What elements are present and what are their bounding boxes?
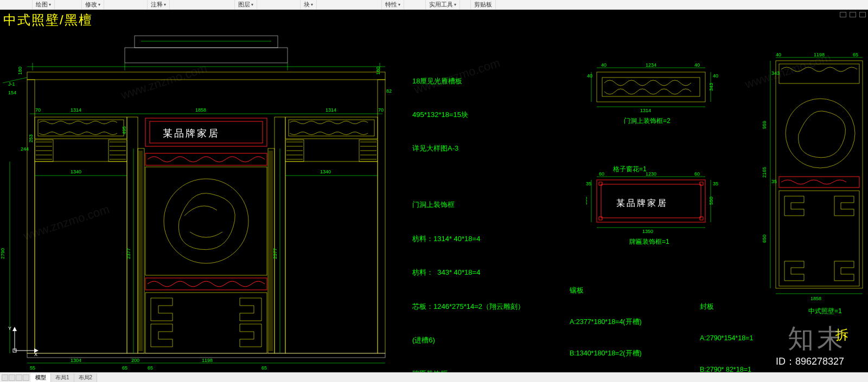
svg-text:2377: 2377	[272, 248, 278, 259]
svg-text:180: 180	[375, 67, 381, 75]
detail-screen-section: 40 1198 65 2165 343 959 35 650 1858 中式照壁…	[760, 53, 868, 335]
dragon-medallion	[145, 167, 267, 275]
chevron-down-icon: ▾	[454, 2, 456, 7]
svg-text:2377: 2377	[126, 248, 131, 259]
svg-text:1858: 1858	[195, 107, 206, 113]
carved-strip-bottom	[145, 278, 267, 290]
ribbon-group-modify[interactable]: 修改▾	[82, 0, 104, 9]
ribbon-group-layers[interactable]: 图层▾	[235, 0, 257, 9]
tab-first-icon[interactable]	[2, 374, 8, 381]
svg-text:180: 180	[17, 67, 23, 75]
svg-rect-21	[127, 117, 138, 353]
svg-text:154: 154	[8, 90, 16, 95]
spec-panels: 镶板 A:2377*180*18=4(开槽) B:1340*180*18=2(开…	[570, 264, 659, 382]
svg-text:1858: 1858	[810, 296, 821, 301]
svg-text:2790: 2790	[0, 248, 5, 259]
cad-canvas[interactable]: 中式照壁/黑檀 www.znzmo.com www.znzmo.com www.…	[0, 10, 868, 372]
ribbon-toolbar: 绘图▾ 修改▾ 注释▾ 图层▾ 块▾ 特性▾ 实用工具▾ 剪贴板	[0, 0, 868, 10]
svg-text:40: 40	[694, 62, 700, 68]
svg-text:550: 550	[709, 197, 714, 205]
carved-lintel-left	[38, 120, 124, 136]
svg-rect-66	[597, 72, 705, 102]
svg-text:343: 343	[771, 70, 780, 76]
spec-seal: 封板 A:2790*154*18=1 B:2790* 82*18=1	[700, 281, 753, 382]
chevron-down-icon: ▾	[98, 2, 100, 7]
svg-rect-102	[779, 177, 859, 187]
svg-text:1340: 1340	[71, 169, 81, 174]
ribbon-group-clipboard[interactable]: 剪贴板	[471, 0, 496, 9]
svg-text:70: 70	[35, 107, 41, 113]
minimize-icon[interactable]	[840, 12, 846, 17]
svg-text:1234: 1234	[646, 62, 656, 68]
svg-text:1198: 1198	[202, 358, 213, 363]
svg-rect-0	[125, 48, 288, 63]
svg-text:X: X	[34, 352, 37, 357]
svg-rect-31	[285, 161, 378, 353]
chevron-down-icon: ▾	[251, 2, 253, 7]
svg-text:343: 343	[709, 83, 714, 91]
tab-model[interactable]: 模型	[31, 373, 51, 382]
ribbon-group-block[interactable]: 块▾	[301, 0, 317, 9]
window-controls	[840, 12, 866, 17]
svg-text:1304: 1304	[71, 358, 81, 363]
svg-text:70: 70	[378, 107, 384, 113]
svg-rect-3	[27, 72, 385, 80]
close-icon[interactable]	[859, 12, 866, 17]
svg-rect-24	[38, 120, 124, 136]
detail-label: 门洞上装饰框=2	[624, 117, 671, 125]
svg-rect-38	[145, 278, 267, 290]
chevron-down-icon: ▾	[164, 2, 166, 7]
svg-text:82: 82	[386, 88, 392, 94]
ribbon-group-draw[interactable]: 绘图▾	[33, 0, 55, 9]
chevron-down-icon: ▾	[311, 2, 313, 7]
chevron-down-icon: ▾	[398, 2, 400, 7]
svg-text:40: 40	[713, 73, 718, 79]
svg-rect-25	[289, 120, 374, 136]
svg-rect-19	[378, 80, 385, 353]
svg-rect-67	[602, 77, 700, 96]
ucs-icon: Y X	[8, 325, 41, 357]
svg-text:1350: 1350	[642, 229, 653, 234]
tab-layout2[interactable]: 布局2	[74, 373, 98, 382]
dim-j1: J-1	[8, 81, 15, 87]
tab-last-icon[interactable]	[23, 374, 29, 381]
svg-text:650: 650	[762, 235, 767, 243]
detail-label: 中式照壁=1	[808, 307, 842, 315]
drawing-title: 中式照壁/黑檀	[3, 11, 93, 29]
ribbon-group-annotate[interactable]: 注释▾	[148, 0, 170, 9]
chevron-down-icon: ▾	[49, 2, 51, 7]
ribbon-group-props[interactable]: 特性▾	[382, 0, 404, 9]
svg-marker-115	[12, 327, 17, 331]
svg-text:65: 65	[261, 365, 267, 371]
svg-text:60: 60	[694, 172, 700, 177]
ribbon-group-utils[interactable]: 实用工具▾	[426, 0, 460, 9]
tab-prev-icon[interactable]	[9, 374, 15, 381]
svg-text:40: 40	[601, 62, 607, 68]
tab-layout1[interactable]: 布局1	[51, 373, 74, 382]
tab-next-icon[interactable]	[16, 374, 22, 381]
svg-text:60: 60	[599, 172, 604, 177]
elevation-main-drawing: J-1 154 180 1314 1858 1314 70 70	[0, 31, 401, 373]
tab-nav-buttons	[0, 374, 31, 381]
svg-rect-35	[145, 153, 267, 165]
svg-text:35: 35	[771, 179, 777, 184]
svg-rect-40	[27, 353, 385, 358]
svg-text:40: 40	[776, 53, 781, 57]
svg-text:495: 495	[122, 126, 127, 134]
svg-rect-18	[27, 80, 35, 353]
plaque-text: 某品牌家居	[616, 198, 668, 208]
svg-text:1314: 1314	[326, 107, 336, 113]
svg-text:2165: 2165	[762, 167, 767, 178]
svg-text:65: 65	[853, 53, 858, 57]
svg-text:35: 35	[586, 181, 591, 186]
svg-text:55: 55	[30, 365, 35, 371]
maximize-icon[interactable]	[850, 12, 856, 17]
svg-rect-20	[35, 117, 127, 139]
svg-point-37	[164, 179, 248, 263]
svg-rect-99	[776, 61, 863, 288]
svg-rect-30	[35, 161, 127, 353]
svg-text:343: 343	[586, 83, 587, 91]
svg-text:1340: 1340	[320, 169, 331, 174]
svg-rect-36	[145, 167, 267, 275]
svg-text:Y: Y	[8, 326, 11, 331]
